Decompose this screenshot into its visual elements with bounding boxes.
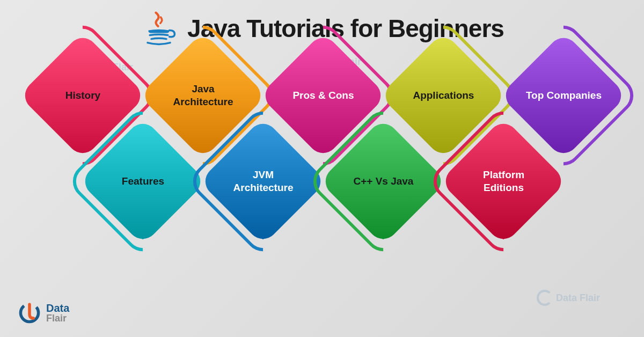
diagram-container: HistoryJava ArchitecturePros & ConsAppli… xyxy=(0,53,644,321)
brand-name-line1: Data xyxy=(46,303,69,313)
topic-label: History xyxy=(44,89,122,102)
topic-label: Platform Editions xyxy=(465,169,543,194)
page-title: Java Tutorials for Beginners xyxy=(187,14,504,43)
brand-logo: Data Flair xyxy=(17,301,69,325)
topic-label: C++ Vs Java xyxy=(345,175,422,188)
topic-label: Top Companies xyxy=(525,89,603,102)
topic-label: Pros & Cons xyxy=(284,89,362,102)
brand-name-line2: Flair xyxy=(46,313,69,323)
topic-label: Java Architecture xyxy=(164,83,242,108)
topic-label: JVM Architecture xyxy=(224,169,302,194)
brand-swirl-icon xyxy=(17,301,42,325)
java-logo-icon xyxy=(140,10,178,47)
topic-label: Applications xyxy=(405,89,482,102)
topic-label: Features xyxy=(104,175,182,188)
